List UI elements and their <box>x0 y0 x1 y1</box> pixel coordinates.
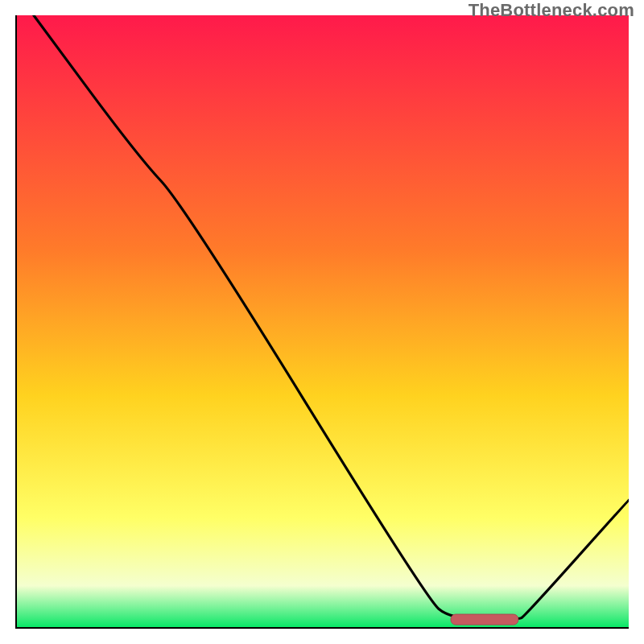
chart-svg <box>15 15 629 629</box>
optimum-marker <box>451 614 518 625</box>
watermark-text: TheBottleneck.com <box>469 0 634 21</box>
gradient-background <box>15 15 629 629</box>
plot-area <box>15 15 629 629</box>
chart-frame: TheBottleneck.com <box>0 0 644 644</box>
